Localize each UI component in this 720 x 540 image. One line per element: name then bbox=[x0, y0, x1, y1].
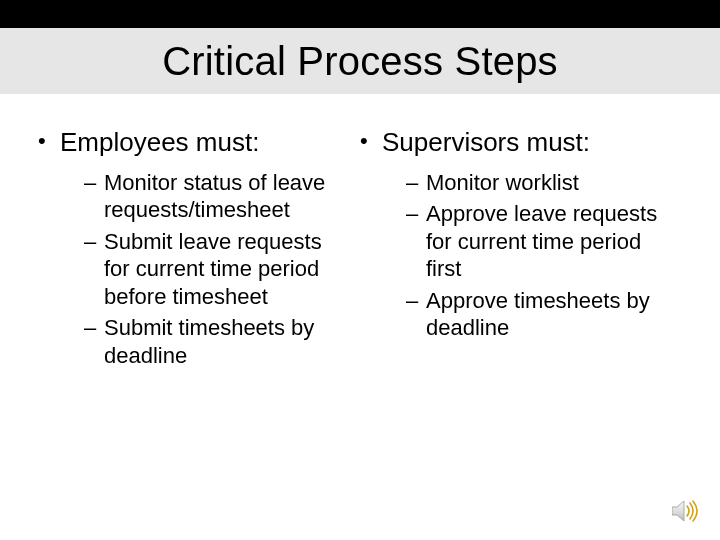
left-sub-item: Submit timesheets by deadline bbox=[84, 314, 344, 369]
left-heading-item: Employees must: Monitor status of leave … bbox=[38, 126, 344, 369]
slide-title: Critical Process Steps bbox=[162, 39, 558, 84]
top-bar bbox=[0, 0, 720, 28]
content-area: Employees must: Monitor status of leave … bbox=[0, 120, 720, 373]
slide: Critical Process Steps Employees must: M… bbox=[0, 0, 720, 540]
left-sub-item: Submit leave requests for current time p… bbox=[84, 228, 344, 311]
right-sub-item: Approve timesheets by deadline bbox=[406, 287, 666, 342]
title-band: Critical Process Steps bbox=[0, 28, 720, 94]
speaker-icon[interactable] bbox=[672, 500, 698, 526]
right-sub-item: Approve leave requests for current time … bbox=[406, 200, 666, 283]
right-column: Supervisors must: Monitor worklist Appro… bbox=[360, 120, 682, 373]
right-heading: Supervisors must: bbox=[382, 127, 590, 157]
right-sub-item: Monitor worklist bbox=[406, 169, 666, 197]
right-heading-item: Supervisors must: Monitor worklist Appro… bbox=[360, 126, 666, 342]
left-heading: Employees must: bbox=[60, 127, 259, 157]
left-column: Employees must: Monitor status of leave … bbox=[38, 120, 360, 373]
left-sub-item: Monitor status of leave requests/timeshe… bbox=[84, 169, 344, 224]
